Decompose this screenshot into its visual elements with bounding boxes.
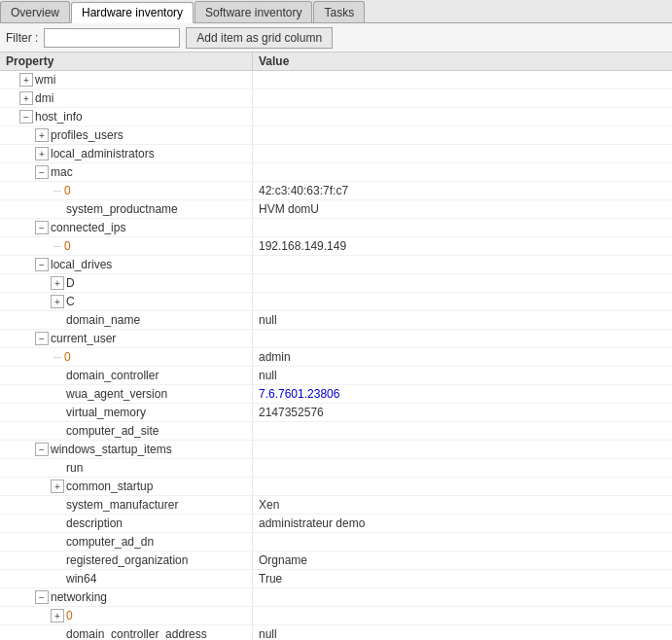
expand-icon[interactable]: − <box>35 332 49 345</box>
row-value <box>253 485 672 487</box>
tree-table[interactable]: Property Value + wmi + dmi <box>0 53 672 640</box>
row-property: − host_info <box>0 108 253 125</box>
row-value: null <box>253 626 672 640</box>
tab-software-inventory[interactable]: Software inventory <box>195 1 312 22</box>
expand-icon[interactable]: − <box>35 221 49 234</box>
row-value <box>253 467 672 469</box>
row-property: run <box>0 459 253 477</box>
table-row[interactable]: run <box>0 459 672 478</box>
row-property: virtual_memory <box>0 404 253 421</box>
row-value <box>253 301 672 302</box>
property-label: connected_ips <box>51 221 125 234</box>
row-value: admin <box>253 349 672 365</box>
row-property: − mac <box>0 163 253 181</box>
row-value <box>253 615 672 617</box>
property-label: registered_organization <box>66 553 188 567</box>
table-row[interactable]: wua_agent_version 7.6.7601.23806 <box>0 385 672 404</box>
table-row[interactable]: − windows_startup_items <box>0 441 672 459</box>
table-row[interactable]: + wmi <box>0 71 672 89</box>
column-header-value: Value <box>253 53 672 70</box>
expand-icon[interactable]: − <box>35 590 49 604</box>
row-value <box>253 79 672 81</box>
table-row[interactable]: + D <box>0 274 672 293</box>
row-property: + dmi <box>0 89 253 107</box>
expand-icon[interactable]: − <box>35 443 49 456</box>
property-label: 0 <box>66 609 73 622</box>
row-value: administrateur demo <box>253 516 672 531</box>
expand-icon[interactable]: + <box>19 73 33 87</box>
expand-icon[interactable]: − <box>35 165 49 179</box>
property-label: mac <box>51 165 73 179</box>
filter-label: Filter : <box>6 31 38 45</box>
property-label: domain_controller <box>66 369 159 382</box>
table-row[interactable]: − host_info <box>0 108 672 126</box>
app-window: Overview Hardware inventory Software inv… <box>0 0 672 640</box>
table-row[interactable]: − current_user <box>0 330 672 348</box>
add-grid-column-button[interactable]: Add item as grid column <box>186 27 333 49</box>
row-property: + profiles_users <box>0 126 253 144</box>
filter-bar: Filter : Add item as grid column <box>0 23 672 53</box>
row-value <box>253 338 672 339</box>
row-value <box>253 171 672 173</box>
expand-icon[interactable]: + <box>19 91 33 105</box>
table-row[interactable]: + common_startup <box>0 478 672 496</box>
row-property: domain_controller <box>0 367 253 384</box>
tab-overview[interactable]: Overview <box>0 1 70 22</box>
table-row[interactable]: ··· 0 42:c3:40:63:7f:c7 <box>0 182 672 200</box>
table-row[interactable]: + dmi <box>0 89 672 108</box>
tab-tasks[interactable]: Tasks <box>313 1 365 22</box>
property-label: system_productname <box>66 202 178 216</box>
expand-icon[interactable]: + <box>35 128 49 142</box>
table-row[interactable]: domain_name null <box>0 311 672 330</box>
table-row[interactable]: + C <box>0 293 672 311</box>
row-property: + local_administrators <box>0 145 253 162</box>
expand-icon[interactable]: + <box>51 480 64 493</box>
row-value: 7.6.7601.23806 <box>253 386 672 402</box>
table-row[interactable]: + 0 <box>0 607 672 625</box>
expand-icon[interactable]: + <box>51 276 64 290</box>
expand-icon[interactable]: + <box>51 609 64 622</box>
table-row[interactable]: win64 True <box>0 570 672 588</box>
table-row[interactable]: virtual_memory 2147352576 <box>0 404 672 422</box>
row-property: + common_startup <box>0 478 253 495</box>
leaf-icon: ··· <box>51 352 64 362</box>
table-row[interactable]: system_manufacturer Xen <box>0 496 672 515</box>
table-row[interactable]: + profiles_users <box>0 126 672 145</box>
property-label: virtual_memory <box>66 406 146 419</box>
table-row[interactable]: − networking <box>0 588 672 607</box>
expand-icon[interactable]: + <box>51 295 64 308</box>
row-property: win64 <box>0 570 253 587</box>
row-value: Xen <box>253 497 672 513</box>
expand-icon[interactable]: + <box>35 147 49 160</box>
property-label: computer_ad_dn <box>66 535 154 549</box>
table-row[interactable]: description administrateur demo <box>0 515 672 533</box>
table-row[interactable]: computer_ad_dn <box>0 533 672 551</box>
row-value <box>253 282 672 284</box>
table-row[interactable]: system_productname HVM domU <box>0 200 672 219</box>
table-row[interactable]: domain_controller_address null <box>0 625 672 640</box>
table-row[interactable]: − mac <box>0 163 672 182</box>
property-label: computer_ad_site <box>66 424 159 438</box>
tab-hardware-inventory[interactable]: Hardware inventory <box>71 2 194 23</box>
table-row[interactable]: − connected_ips <box>0 219 672 237</box>
table-row[interactable]: domain_controller null <box>0 367 672 385</box>
property-label: domain_controller_address <box>66 627 207 640</box>
property-label: profiles_users <box>51 128 124 142</box>
row-property: + 0 <box>0 607 253 624</box>
tab-bar: Overview Hardware inventory Software inv… <box>0 0 672 23</box>
table-row[interactable]: − local_drives <box>0 256 672 274</box>
table-row[interactable]: ··· 0 admin <box>0 348 672 367</box>
table-row[interactable]: registered_organization Orgname <box>0 551 672 570</box>
table-row[interactable]: + local_administrators <box>0 145 672 163</box>
row-property: registered_organization <box>0 551 253 569</box>
expand-icon[interactable]: − <box>35 258 49 271</box>
row-value: 42:c3:40:63:7f:c7 <box>253 183 672 198</box>
row-value: null <box>253 368 672 383</box>
filter-input[interactable] <box>44 28 180 48</box>
expand-icon[interactable]: − <box>19 110 33 124</box>
property-label: win64 <box>66 572 96 586</box>
leaf-icon: ··· <box>51 186 64 196</box>
table-row[interactable]: ··· 0 192.168.149.149 <box>0 237 672 256</box>
row-property: + wmi <box>0 71 253 89</box>
table-row[interactable]: computer_ad_site <box>0 422 672 441</box>
